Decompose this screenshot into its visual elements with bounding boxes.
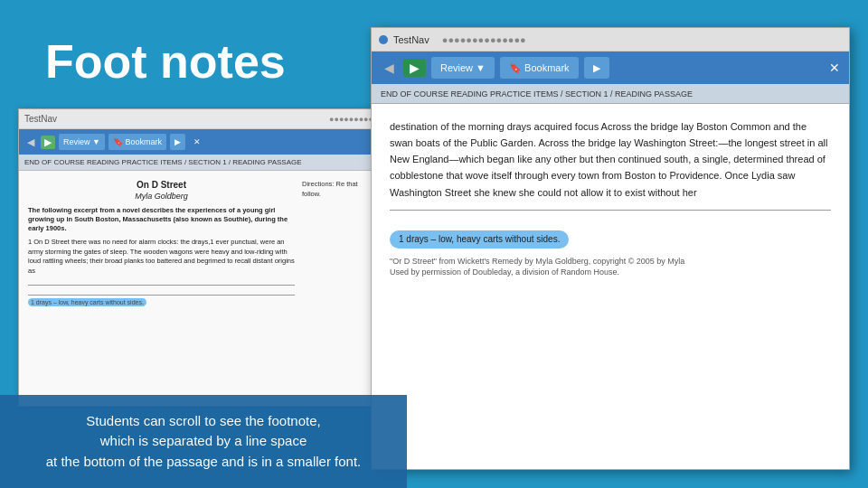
large-passage-text: destination of the morning drays acquire… xyxy=(390,118,831,201)
large-citation-line2: Used by permission of Doubleday, a divis… xyxy=(390,267,831,278)
caption-line3: at the bottom of the passage and is in a… xyxy=(18,452,389,473)
small-browser-url: ●●●●●●●●● xyxy=(329,115,373,124)
small-forward-button[interactable]: ▶ xyxy=(41,136,55,149)
large-browser-window: TestNav ●●●●●●●●●●●●●● ◀ ▶ Review ▼ 🔖 Bo… xyxy=(371,27,850,470)
small-bookmark-button[interactable]: 🔖 Bookmark xyxy=(108,134,166,150)
large-citation-line1: "Or D Street" from Wickett's Remedy by M… xyxy=(390,256,831,267)
page-title: Foot notes xyxy=(45,36,286,88)
large-back-button[interactable]: ◀ xyxy=(381,61,398,75)
small-separator xyxy=(28,285,295,286)
small-directions-text: Directions: Re that follow. xyxy=(302,180,358,198)
small-footnote-area: 1 drays – low, heavy carts without sides… xyxy=(28,295,295,305)
caption-line2: which is separated by a line space xyxy=(18,431,389,452)
small-app-name: TestNav xyxy=(24,114,57,124)
large-breadcrumb: END OF COURSE READING PRACTICE ITEMS / S… xyxy=(372,84,849,104)
small-review-button[interactable]: Review ▼ xyxy=(59,134,105,150)
large-browser-titlebar: TestNav ●●●●●●●●●●●●●● xyxy=(372,28,849,52)
large-separator xyxy=(390,210,831,211)
large-app-name: TestNav xyxy=(393,34,429,45)
small-passage-title: On D Street xyxy=(28,180,295,190)
small-back-button[interactable]: ◀ xyxy=(24,136,37,148)
small-close-button[interactable]: ✕ xyxy=(189,134,205,150)
title-area: Foot notes xyxy=(45,36,286,88)
small-browser-titlebar: TestNav ●●●●●●●●● xyxy=(19,109,379,129)
caption-text: Students can scroll to see the footnote,… xyxy=(18,411,389,473)
large-forward-button[interactable]: ▶ xyxy=(403,59,426,77)
small-passage-subtitle: Myla Goldberg xyxy=(28,192,295,201)
small-browser-window: TestNav ●●●●●●●●● ◀ ▶ Review ▼ 🔖 Bookmar… xyxy=(18,108,380,407)
large-footnote-citation: "Or D Street" from Wickett's Remedy by M… xyxy=(390,256,831,278)
small-passage-intro: The following excerpt from a novel descr… xyxy=(28,206,295,232)
large-close-button[interactable]: ✕ xyxy=(829,61,840,75)
caption-bar: Students can scroll to see the footnote,… xyxy=(0,395,407,489)
large-browser-dot xyxy=(379,35,388,44)
large-browser-url: ●●●●●●●●●●●●●● xyxy=(442,34,842,45)
small-pointer-button[interactable]: ▶ xyxy=(170,134,185,150)
caption-line1: Students can scroll to see the footnote, xyxy=(18,411,389,432)
small-browser-content: On D Street Myla Goldberg The following … xyxy=(19,171,379,406)
small-footnote-highlight: 1 drays – low, heavy carts without sides… xyxy=(28,298,146,306)
large-pointer-button[interactable]: ▶ xyxy=(584,57,609,79)
small-browser-toolbar: ◀ ▶ Review ▼ 🔖 Bookmark ▶ ✕ xyxy=(19,129,379,155)
large-browser-toolbar: ◀ ▶ Review ▼ 🔖 Bookmark ▶ ✕ xyxy=(372,52,849,84)
small-directions: Directions: Re that follow. xyxy=(302,180,370,305)
large-browser-content: destination of the morning drays acquire… xyxy=(372,104,849,469)
small-passage-body-text: 1 On D Street there was no need for alar… xyxy=(28,238,295,275)
small-passage-body: 1 On D Street there was no need for alar… xyxy=(28,238,295,276)
large-review-button[interactable]: Review ▼ xyxy=(431,57,495,79)
main-container: Foot notes TestNav ●●●●●●●●● ◀ ▶ Review … xyxy=(0,0,868,488)
small-breadcrumb: END OF COURSE READING PRACTICE ITEMS / S… xyxy=(19,155,379,171)
large-bookmark-button[interactable]: 🔖 Bookmark xyxy=(500,57,579,79)
large-footnote-highlight: 1 drays – low, heavy carts without sides… xyxy=(390,230,569,249)
